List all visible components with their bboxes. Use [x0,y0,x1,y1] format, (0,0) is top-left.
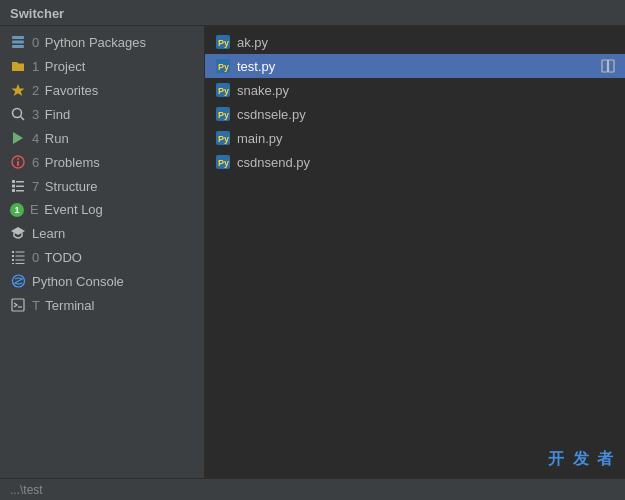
sidebar: 0 Python Packages 1 Project [0,26,205,478]
svg-rect-15 [16,190,24,192]
python-file-icon: Py [215,106,231,122]
svg-rect-33 [609,60,615,72]
file-name-main: main.py [237,131,283,146]
svg-text:Py: Py [218,110,229,120]
svg-rect-13 [16,181,24,183]
svg-rect-9 [17,161,19,166]
main-content: 0 Python Packages 1 Project [0,26,625,478]
sidebar-item-structure[interactable]: 7 Structure [0,174,204,198]
event-log-badge: 1 [10,203,24,217]
play-icon [10,130,26,146]
svg-line-5 [21,117,25,121]
sidebar-item-problems[interactable]: 6 Problems [0,150,204,174]
info-icon [10,154,26,170]
svg-marker-3 [12,84,25,96]
terminal-icon [10,297,26,313]
sidebar-label-todo: 0 TODO [32,250,82,265]
sidebar-label-find: 3 Find [32,107,70,122]
sidebar-item-learn[interactable]: Learn [0,221,204,245]
sidebar-label-project: 1 Project [32,59,85,74]
file-item-test[interactable]: Py test.py [205,54,625,78]
python-file-icon: Py [215,130,231,146]
sidebar-label-problems: 6 Problems [32,155,100,170]
sidebar-item-python-packages[interactable]: 0 Python Packages [0,30,204,54]
python-file-icon: Py [215,34,231,50]
sidebar-item-favorites[interactable]: 2 Favorites [0,78,204,102]
python-file-icon: Py [215,58,231,74]
python-file-icon: Py [215,154,231,170]
svg-rect-12 [12,189,15,192]
file-item-main[interactable]: Py main.py [205,126,625,150]
sidebar-item-todo[interactable]: 0 TODO [0,245,204,269]
sidebar-label-structure: 7 Structure [32,179,98,194]
svg-rect-23 [12,263,14,264]
sidebar-label-event-log: E Event Log [30,202,103,217]
svg-rect-1 [12,41,24,44]
svg-rect-17 [12,251,14,253]
folder-icon [10,58,26,74]
file-name-snake: snake.py [237,83,289,98]
svg-text:Py: Py [218,134,229,144]
sidebar-item-find[interactable]: 3 Find [0,102,204,126]
structure-icon [10,178,26,194]
sidebar-label-terminal: T Terminal [32,298,94,313]
svg-text:Py: Py [218,38,229,48]
status-path: ...\test [10,483,43,497]
file-panel: Py ak.py Py test.py [205,26,625,478]
console-icon [10,273,26,289]
svg-text:Py: Py [218,158,229,168]
svg-rect-21 [12,259,14,261]
list-icon [10,249,26,265]
sidebar-item-terminal[interactable]: T Terminal [0,293,204,317]
title: Switcher [10,6,64,21]
sidebar-label-python-packages: 0 Python Packages [32,35,146,50]
svg-marker-6 [13,132,23,144]
svg-rect-18 [16,252,25,253]
svg-rect-11 [12,185,15,188]
svg-rect-14 [16,186,24,188]
file-name-csdnsele: csdnsele.py [237,107,306,122]
watermark: 开 发 者 [548,449,615,470]
svg-rect-10 [12,180,15,183]
file-name-test: test.py [237,59,275,74]
sidebar-item-python-console[interactable]: Python Console [0,269,204,293]
file-name-ak: ak.py [237,35,268,50]
svg-rect-19 [12,255,14,257]
sidebar-label-run: 4 Run [32,131,69,146]
file-item-ak[interactable]: Py ak.py [205,30,625,54]
svg-rect-0 [12,36,24,39]
svg-text:Py: Py [218,86,229,96]
star-icon [10,82,26,98]
svg-rect-32 [602,60,608,72]
split-view-icon[interactable] [601,59,615,73]
python-file-icon: Py [215,82,231,98]
sidebar-label-favorites: 2 Favorites [32,83,98,98]
layers-icon [10,34,26,50]
svg-marker-16 [11,227,25,235]
file-item-csdnsend[interactable]: Py csdnsend.py [205,150,625,174]
sidebar-label-learn: Learn [32,226,65,241]
status-bar: ...\test [0,478,625,500]
sidebar-item-run[interactable]: 4 Run [0,126,204,150]
svg-rect-20 [16,256,25,257]
svg-point-8 [17,158,19,160]
title-bar: Switcher [0,0,625,26]
switcher-container: Switcher 0 Python Packages [0,0,625,500]
svg-text:Py: Py [218,62,229,72]
search-icon [10,106,26,122]
sidebar-label-python-console: Python Console [32,274,124,289]
file-item-csdnsele[interactable]: Py csdnsele.py [205,102,625,126]
svg-rect-24 [16,263,25,264]
sidebar-item-event-log[interactable]: 1 E Event Log [0,198,204,221]
cap-icon [10,225,26,241]
svg-rect-2 [12,45,24,48]
file-name-csdnsend: csdnsend.py [237,155,310,170]
sidebar-item-project[interactable]: 1 Project [0,54,204,78]
svg-rect-22 [16,260,25,261]
svg-point-4 [13,109,22,118]
file-item-snake[interactable]: Py snake.py [205,78,625,102]
